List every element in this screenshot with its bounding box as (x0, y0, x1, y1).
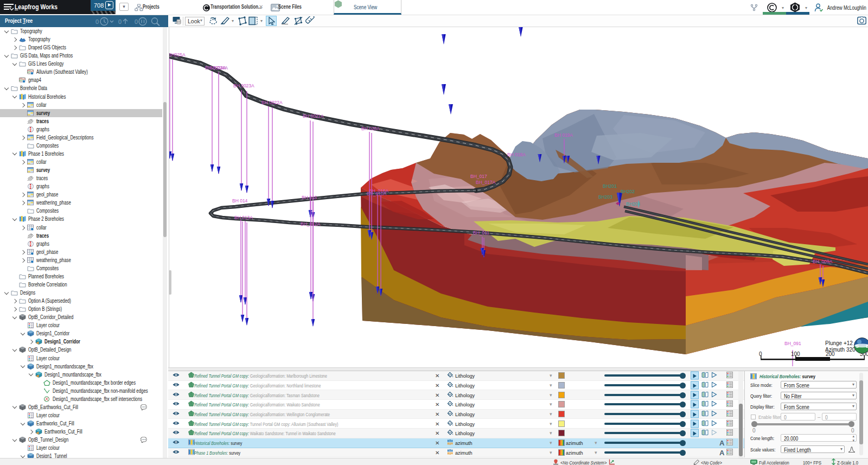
svg-text:BH 013A: BH 013A (234, 215, 253, 220)
svg-text:BH_017: BH_017 (470, 174, 487, 179)
svg-text:BH_010A: BH_010A (367, 191, 387, 196)
svg-text:100: 100 (791, 351, 800, 357)
svg-text:S: S (856, 343, 859, 349)
svg-text:0: 0 (759, 351, 762, 357)
svg-text:BH 018A: BH 018A (507, 152, 526, 157)
svg-text:BH204: BH204 (626, 201, 640, 207)
svg-text:BH 0023A: BH 0023A (233, 83, 254, 88)
svg-text:BH 015: BH 015 (302, 195, 317, 200)
svg-text:BH202: BH202 (621, 189, 635, 194)
svg-text:200: 200 (826, 351, 835, 357)
svg-text:BH 019A: BH 019A (554, 132, 573, 138)
svg-text:BH_011: BH_011 (473, 230, 489, 235)
svg-text:0: 0 (118, 18, 122, 25)
svg-text:BH 014: BH 014 (232, 198, 248, 203)
svg-text:Plunge +12: Plunge +12 (825, 340, 853, 346)
svg-text:BH_017A: BH_017A (476, 180, 496, 185)
svg-text:BH 020A: BH 020A (361, 126, 380, 131)
svg-text:BH201: BH201 (603, 183, 617, 189)
svg-text:E: E (866, 343, 868, 349)
svg-text:BH_009A: BH_009A (813, 259, 833, 264)
svg-text:BH 0022A: BH 0022A (261, 100, 283, 105)
svg-text:BH_091: BH_091 (784, 341, 801, 346)
svg-text:BH 0021A: BH 0021A (303, 113, 324, 119)
svg-text:0: 0 (135, 18, 138, 25)
svg-text:BH 024A: BH 024A (209, 65, 228, 71)
svg-text:0: 0 (95, 18, 99, 25)
svg-text:BH203: BH203 (598, 194, 612, 200)
svg-text:BH025A: BH025A (169, 52, 186, 58)
